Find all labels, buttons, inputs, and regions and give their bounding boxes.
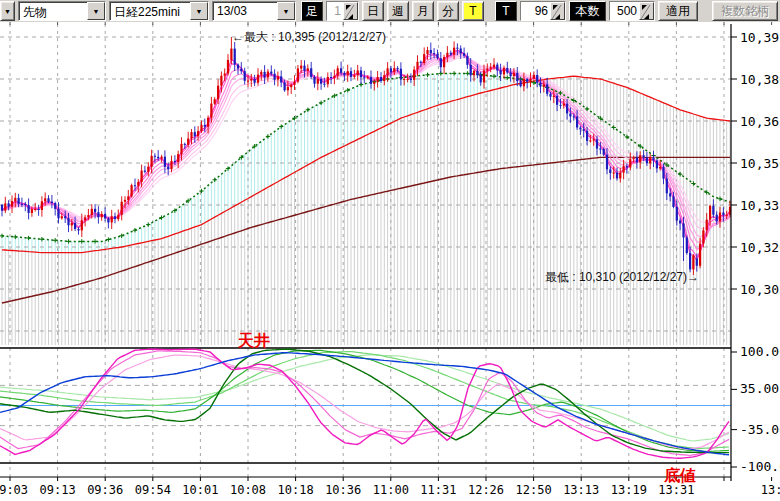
price-axis-label: 10,320 (740, 240, 780, 255)
time-axis-label: 10:36 (325, 483, 361, 497)
session-high-annotation: ←最大 : 10,395 (2012/12/27) (232, 30, 386, 44)
oscillator-axis-label: -35.00 (740, 422, 780, 437)
ceiling-annotation: 天井 (237, 332, 270, 349)
time-axis-label: 13:13 (563, 483, 599, 497)
oscillator-axis-label: 100.00 (740, 344, 780, 359)
time-axis-label: 11:00 (373, 483, 409, 497)
time-axis-label: 09:13 (40, 483, 76, 497)
time-axis-label: 12:26 (468, 483, 504, 497)
time-axis-label: 10:08 (230, 483, 266, 497)
time-axis-label: 09:03 (0, 483, 28, 497)
hatch-fill-layer (2, 73, 730, 345)
price-axis-label: 10,365 (740, 114, 780, 129)
time-axis-label: 13: (761, 483, 780, 497)
price-axis-label: 10,395 (740, 30, 780, 45)
time-axis-label: 13:31 (658, 483, 694, 497)
bottom-annotation: 底値 (663, 466, 696, 484)
oscillator-axis-label: -100.0 (740, 459, 780, 474)
price-axis-label: 10,335 (740, 198, 780, 213)
time-axis-label: 13:19 (611, 483, 647, 497)
rci-magenta (0, 349, 729, 458)
price-axis: 10,39510,38010,36510,35010,33510,32010,3… (731, 24, 780, 481)
price-chart[interactable]: 10,39510,38010,36510,35010,33510,32010,3… (0, 0, 780, 501)
time-axis-label: 09:36 (87, 483, 123, 497)
trading-app-window: ▼ 先物 ▼ 日経225mini ▼ 13/03 ▼ 足 1 日 週 月 分 T… (0, 0, 780, 501)
price-axis-label: 10,305 (740, 282, 780, 297)
rci-green-light (0, 352, 729, 449)
grid-layer (0, 24, 731, 477)
session-low-annotation: 最低 : 10,310 (2012/12/27)→ (545, 270, 699, 284)
chart-render-layer: 10,39510,38010,36510,35010,33510,32010,3… (0, 22, 780, 497)
oscillator-axis-label: 35.00 (740, 381, 779, 396)
time-axis-label: 12:50 (516, 483, 552, 497)
price-axis-label: 10,380 (740, 72, 780, 87)
time-axis-label: 10:18 (278, 483, 314, 497)
time-axis-label: 11:31 (420, 483, 456, 497)
price-axis-label: 10,350 (740, 156, 780, 171)
oscillator-lines-layer (0, 349, 729, 458)
time-axis-label: 10:01 (182, 483, 218, 497)
time-axis-label: 09:54 (135, 483, 171, 497)
